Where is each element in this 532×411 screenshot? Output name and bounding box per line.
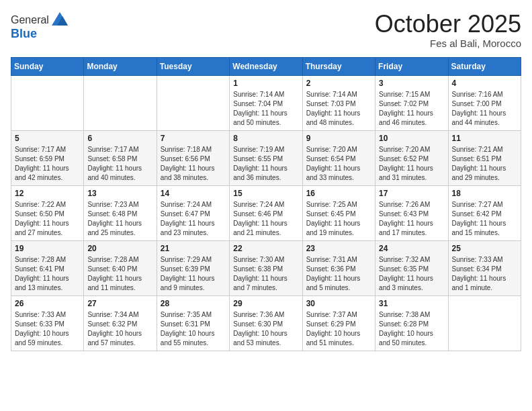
day-number: 19 xyxy=(15,244,80,253)
day-cell: 25Sunrise: 7:33 AM Sunset: 6:34 PM Dayli… xyxy=(448,240,521,295)
week-row-4: 19Sunrise: 7:28 AM Sunset: 6:41 PM Dayli… xyxy=(11,240,521,295)
day-info: Sunrise: 7:32 AM Sunset: 6:35 PM Dayligh… xyxy=(379,255,444,293)
day-cell: 16Sunrise: 7:25 AM Sunset: 6:45 PM Dayli… xyxy=(302,185,375,240)
day-cell: 21Sunrise: 7:29 AM Sunset: 6:39 PM Dayli… xyxy=(157,240,229,295)
page-header: General Blue October 2025 Fes al Bali, M… xyxy=(11,11,521,49)
day-cell: 4Sunrise: 7:16 AM Sunset: 7:00 PM Daylig… xyxy=(448,75,521,130)
logo-general-text: General xyxy=(11,14,49,26)
day-cell: 30Sunrise: 7:37 AM Sunset: 6:29 PM Dayli… xyxy=(302,295,375,351)
day-cell: 1Sunrise: 7:14 AM Sunset: 7:04 PM Daylig… xyxy=(230,75,302,130)
day-cell: 7Sunrise: 7:18 AM Sunset: 6:56 PM Daylig… xyxy=(157,130,229,185)
day-info: Sunrise: 7:14 AM Sunset: 7:04 PM Dayligh… xyxy=(233,90,298,128)
day-cell: 28Sunrise: 7:35 AM Sunset: 6:31 PM Dayli… xyxy=(157,295,229,351)
day-info: Sunrise: 7:17 AM Sunset: 6:58 PM Dayligh… xyxy=(87,145,152,183)
day-number: 14 xyxy=(161,189,226,198)
day-cell: 17Sunrise: 7:26 AM Sunset: 6:43 PM Dayli… xyxy=(375,185,448,240)
day-number: 10 xyxy=(379,134,444,143)
weekday-header-row: SundayMondayTuesdayWednesdayThursdayFrid… xyxy=(11,57,521,75)
day-cell xyxy=(157,75,229,130)
month-title: October 2025 xyxy=(375,11,521,38)
day-number: 27 xyxy=(87,299,152,308)
day-info: Sunrise: 7:28 AM Sunset: 6:40 PM Dayligh… xyxy=(87,255,152,293)
day-number: 17 xyxy=(379,189,444,198)
weekday-header-wednesday: Wednesday xyxy=(230,57,302,75)
day-info: Sunrise: 7:24 AM Sunset: 6:47 PM Dayligh… xyxy=(161,200,226,238)
day-info: Sunrise: 7:23 AM Sunset: 6:48 PM Dayligh… xyxy=(87,200,152,238)
week-row-3: 12Sunrise: 7:22 AM Sunset: 6:50 PM Dayli… xyxy=(11,185,521,240)
day-number: 29 xyxy=(233,299,298,308)
day-number: 15 xyxy=(233,189,298,198)
day-number: 5 xyxy=(15,134,80,143)
weekday-header-saturday: Saturday xyxy=(448,57,521,75)
day-cell: 18Sunrise: 7:27 AM Sunset: 6:42 PM Dayli… xyxy=(448,185,521,240)
day-cell: 14Sunrise: 7:24 AM Sunset: 6:47 PM Dayli… xyxy=(157,185,229,240)
day-number: 28 xyxy=(161,299,226,308)
day-cell: 19Sunrise: 7:28 AM Sunset: 6:41 PM Dayli… xyxy=(11,240,84,295)
day-info: Sunrise: 7:18 AM Sunset: 6:56 PM Dayligh… xyxy=(161,145,226,183)
day-cell xyxy=(448,295,521,351)
day-cell: 22Sunrise: 7:30 AM Sunset: 6:38 PM Dayli… xyxy=(230,240,302,295)
day-info: Sunrise: 7:26 AM Sunset: 6:43 PM Dayligh… xyxy=(379,200,444,238)
day-cell: 15Sunrise: 7:24 AM Sunset: 6:46 PM Dayli… xyxy=(230,185,302,240)
day-cell: 5Sunrise: 7:17 AM Sunset: 6:59 PM Daylig… xyxy=(11,130,84,185)
day-number: 9 xyxy=(306,134,371,143)
day-info: Sunrise: 7:16 AM Sunset: 7:00 PM Dayligh… xyxy=(452,90,517,128)
day-number: 24 xyxy=(379,244,444,253)
day-number: 13 xyxy=(87,189,152,198)
day-info: Sunrise: 7:14 AM Sunset: 7:03 PM Dayligh… xyxy=(306,90,371,128)
day-cell: 6Sunrise: 7:17 AM Sunset: 6:58 PM Daylig… xyxy=(84,130,157,185)
day-number: 21 xyxy=(161,244,226,253)
day-info: Sunrise: 7:34 AM Sunset: 6:32 PM Dayligh… xyxy=(87,310,152,348)
day-cell: 23Sunrise: 7:31 AM Sunset: 6:36 PM Dayli… xyxy=(302,240,375,295)
day-info: Sunrise: 7:30 AM Sunset: 6:38 PM Dayligh… xyxy=(233,255,298,293)
day-number: 1 xyxy=(233,79,298,88)
day-cell: 26Sunrise: 7:33 AM Sunset: 6:33 PM Dayli… xyxy=(11,295,84,351)
day-number: 18 xyxy=(452,189,517,198)
day-number: 25 xyxy=(452,244,517,253)
day-info: Sunrise: 7:33 AM Sunset: 6:33 PM Dayligh… xyxy=(15,310,80,348)
week-row-2: 5Sunrise: 7:17 AM Sunset: 6:59 PM Daylig… xyxy=(11,130,521,185)
day-number: 6 xyxy=(87,134,152,143)
day-number: 3 xyxy=(379,79,444,88)
day-number: 11 xyxy=(452,134,517,143)
weekday-header-friday: Friday xyxy=(375,57,448,75)
day-number: 26 xyxy=(15,299,80,308)
day-cell: 8Sunrise: 7:19 AM Sunset: 6:55 PM Daylig… xyxy=(230,130,302,185)
day-cell: 13Sunrise: 7:23 AM Sunset: 6:48 PM Dayli… xyxy=(84,185,157,240)
day-number: 22 xyxy=(233,244,298,253)
day-cell: 2Sunrise: 7:14 AM Sunset: 7:03 PM Daylig… xyxy=(302,75,375,130)
logo-icon xyxy=(50,11,69,30)
day-number: 31 xyxy=(379,299,444,308)
day-info: Sunrise: 7:20 AM Sunset: 6:52 PM Dayligh… xyxy=(379,145,444,183)
day-info: Sunrise: 7:33 AM Sunset: 6:34 PM Dayligh… xyxy=(452,255,517,293)
day-info: Sunrise: 7:37 AM Sunset: 6:29 PM Dayligh… xyxy=(306,310,371,348)
day-number: 4 xyxy=(452,79,517,88)
day-number: 30 xyxy=(306,299,371,308)
day-cell: 27Sunrise: 7:34 AM Sunset: 6:32 PM Dayli… xyxy=(84,295,157,351)
day-cell xyxy=(11,75,84,130)
day-cell: 3Sunrise: 7:15 AM Sunset: 7:02 PM Daylig… xyxy=(375,75,448,130)
weekday-header-thursday: Thursday xyxy=(302,57,375,75)
day-info: Sunrise: 7:27 AM Sunset: 6:42 PM Dayligh… xyxy=(452,200,517,238)
day-info: Sunrise: 7:19 AM Sunset: 6:55 PM Dayligh… xyxy=(233,145,298,183)
week-row-1: 1Sunrise: 7:14 AM Sunset: 7:04 PM Daylig… xyxy=(11,75,521,130)
day-number: 16 xyxy=(306,189,371,198)
day-number: 8 xyxy=(233,134,298,143)
weekday-header-monday: Monday xyxy=(84,57,157,75)
title-block: October 2025 Fes al Bali, Morocco xyxy=(375,11,521,49)
day-info: Sunrise: 7:31 AM Sunset: 6:36 PM Dayligh… xyxy=(306,255,371,293)
day-info: Sunrise: 7:15 AM Sunset: 7:02 PM Dayligh… xyxy=(379,90,444,128)
day-number: 2 xyxy=(306,79,371,88)
day-info: Sunrise: 7:20 AM Sunset: 6:54 PM Dayligh… xyxy=(306,145,371,183)
day-cell: 9Sunrise: 7:20 AM Sunset: 6:54 PM Daylig… xyxy=(302,130,375,185)
day-cell: 20Sunrise: 7:28 AM Sunset: 6:40 PM Dayli… xyxy=(84,240,157,295)
day-number: 23 xyxy=(306,244,371,253)
day-number: 20 xyxy=(87,244,152,253)
day-info: Sunrise: 7:24 AM Sunset: 6:46 PM Dayligh… xyxy=(233,200,298,238)
day-cell xyxy=(84,75,157,130)
day-info: Sunrise: 7:29 AM Sunset: 6:39 PM Dayligh… xyxy=(161,255,226,293)
weekday-header-tuesday: Tuesday xyxy=(157,57,229,75)
logo: General Blue xyxy=(11,11,69,41)
location: Fes al Bali, Morocco xyxy=(375,38,521,49)
day-cell: 11Sunrise: 7:21 AM Sunset: 6:51 PM Dayli… xyxy=(448,130,521,185)
